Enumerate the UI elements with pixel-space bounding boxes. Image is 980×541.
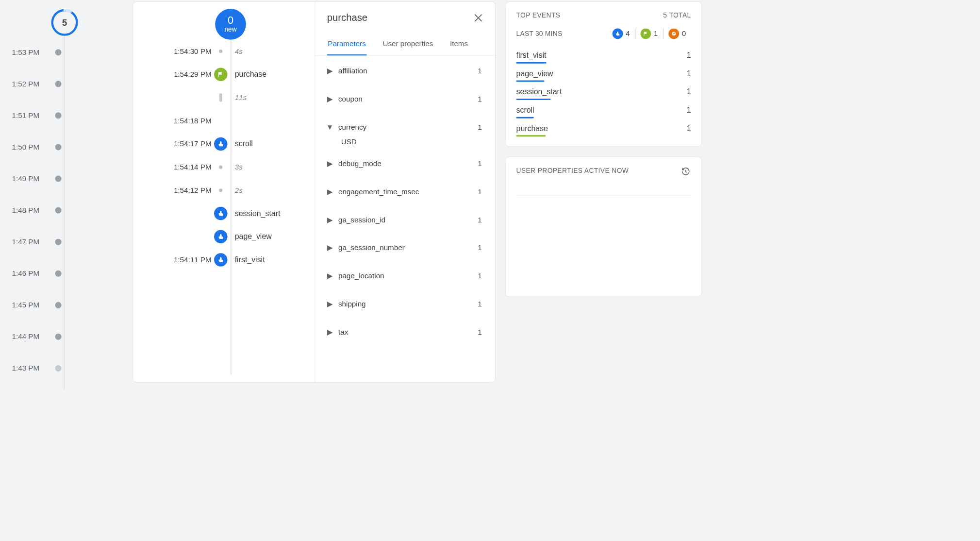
minute-row[interactable]: 1:49 PM [0, 163, 123, 194]
parameter-name: engagement_time_msec [335, 187, 478, 196]
event-row[interactable]: 1:54:11 PMfirst_visit [133, 248, 315, 271]
top-event-row[interactable]: purchase1 [516, 118, 691, 137]
error-icon [668, 29, 679, 39]
parameter-row[interactable]: ▶debug_mode1 [315, 150, 495, 178]
event-time-label: 1:54:11 PM [133, 255, 214, 264]
tab-parameters[interactable]: Parameters [327, 34, 366, 56]
minute-label: 1:50 PM [0, 143, 49, 151]
parameter-row[interactable]: ▶shipping1 [315, 290, 495, 318]
parameter-count: 1 [478, 328, 482, 336]
parameter-row[interactable]: ▶page_location1 [315, 262, 495, 290]
event-time-label: 1:54:12 PM [133, 186, 214, 194]
minute-row[interactable]: 1:48 PM [0, 195, 123, 226]
error-count: 0 [682, 30, 686, 38]
minute-row[interactable]: 1:43 PM [0, 353, 123, 384]
top-event-count: 1 [687, 87, 691, 97]
event-gap-row: 1:54:14 PM3s [133, 155, 315, 179]
parameter-row[interactable]: ▶coupon1 [315, 85, 495, 113]
minute-row[interactable]: 1:44 PM [0, 321, 123, 353]
parameter-count: 1 [478, 187, 482, 196]
top-event-row[interactable]: session_start1 [516, 82, 691, 100]
parameter-name: page_location [335, 272, 478, 280]
minute-row[interactable]: 1:47 PM [0, 226, 123, 258]
parameter-count: 1 [478, 123, 482, 131]
parameter-count: 1 [478, 67, 482, 75]
event-gap-label: 3s [228, 163, 243, 171]
event-row[interactable]: session_start [133, 202, 315, 225]
chevron-right-icon: ▶ [325, 300, 334, 308]
close-icon[interactable] [472, 12, 484, 24]
flag-icon [214, 68, 227, 81]
user-props-heading: USER PROPERTIES ACTIVE NOW [516, 167, 629, 174]
parameter-name: ga_session_number [335, 244, 478, 252]
touch-icon [214, 230, 227, 243]
parameter-row[interactable]: ▶tax1 [315, 318, 495, 346]
parameter-count: 1 [478, 272, 482, 280]
touch-icon [214, 137, 227, 151]
minute-row[interactable]: 1:50 PM [0, 131, 123, 163]
parameter-row[interactable]: ▶ga_session_number1 [315, 234, 495, 262]
parameter-count: 1 [478, 300, 482, 308]
top-event-count: 1 [687, 124, 691, 133]
minute-row[interactable]: 1:46 PM [0, 258, 123, 289]
event-name-label: scroll [228, 139, 253, 149]
event-time-label: 1:54:30 PM [133, 47, 214, 55]
minute-row[interactable]: 1:53 PM [0, 36, 123, 68]
parameter-list[interactable]: ▶affiliation1▶coupon1▼currency1USD▶debug… [315, 55, 495, 382]
minute-dot [55, 334, 62, 340]
parameter-name: debug_mode [335, 159, 478, 168]
top-event-row[interactable]: scroll1 [516, 100, 691, 118]
event-gap-label: 11s [228, 93, 247, 101]
minute-label: 1:43 PM [0, 364, 49, 372]
event-time-label: 1:54:18 PM [133, 117, 214, 125]
chevron-right-icon: ▶ [325, 159, 334, 168]
minute-label: 1:48 PM [0, 206, 49, 214]
history-icon[interactable] [681, 166, 691, 177]
parameter-row[interactable]: ▶ga_session_id1 [315, 206, 495, 234]
event-gap-label: 2s [228, 186, 243, 194]
tab-items[interactable]: Items [449, 34, 469, 56]
parameter-name: affiliation [335, 67, 478, 75]
chevron-right-icon: ▶ [325, 244, 334, 252]
minute-row[interactable]: 1:51 PM [0, 100, 123, 131]
minute-label: 1:44 PM [0, 333, 49, 341]
parameter-row[interactable]: ▶affiliation1 [315, 57, 495, 85]
minute-label: 1:51 PM [0, 111, 49, 119]
top-events-window: LAST 30 MINS [516, 30, 563, 37]
event-row[interactable]: 1:54:17 PMscroll [133, 133, 315, 156]
chevron-right-icon: ▶ [325, 187, 334, 196]
top-event-name: session_start [516, 87, 562, 97]
event-name-label: purchase [228, 70, 266, 79]
chevron-right-icon: ▶ [325, 216, 334, 224]
top-events-card: TOP EVENTS 5 TOTAL LAST 30 MINS 4 1 [505, 1, 702, 147]
event-row[interactable]: 1:54:29 PMpurchase [133, 63, 315, 86]
minute-head-circle[interactable]: 5 [50, 8, 79, 36]
event-stream: 0 new 1:54:30 PM4s1:54:29 PMpurchase11s1… [133, 2, 315, 382]
touch-icon [214, 207, 227, 220]
minute-row[interactable]: 1:45 PM [0, 289, 123, 321]
gap-dot-icon [219, 188, 222, 192]
minute-row[interactable]: 1:52 PM [0, 68, 123, 100]
parameter-row[interactable]: ▶engagement_time_msec1 [315, 178, 495, 206]
event-name-label: first_visit [228, 255, 265, 265]
chevron-right-icon: ▶ [325, 95, 334, 103]
minute-dot [55, 176, 62, 182]
tab-user-properties[interactable]: User properties [382, 34, 434, 56]
minute-dot [55, 270, 62, 277]
minute-dot [55, 112, 62, 118]
touch-icon [214, 253, 227, 266]
parameter-count: 1 [478, 159, 482, 168]
minute-dot [55, 207, 62, 214]
event-head-circle[interactable]: 0 new [215, 9, 246, 40]
top-event-row[interactable]: page_view1 [516, 64, 691, 82]
parameter-row[interactable]: ▼currency1 [315, 113, 495, 141]
event-time-label: 1:54:14 PM [133, 163, 214, 171]
event-name-label: page_view [228, 232, 272, 241]
touch-icon [612, 29, 623, 39]
event-row[interactable]: page_view [133, 225, 315, 248]
user-props-divider [516, 196, 691, 196]
chevron-right-icon: ▶ [325, 67, 334, 75]
minute-dot [55, 144, 62, 150]
parameter-count: 1 [478, 95, 482, 103]
top-event-row[interactable]: first_visit1 [516, 45, 691, 64]
